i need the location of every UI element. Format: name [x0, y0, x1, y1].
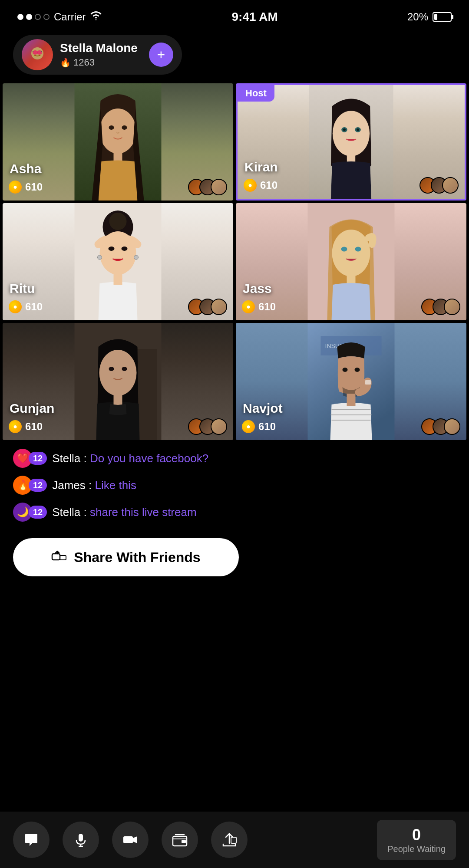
cell-name-asha: Asha: [10, 161, 41, 176]
viewer-avatar-j3: [444, 299, 460, 315]
bottom-bar: 0 People Waiting: [0, 812, 469, 868]
battery-info: 20%: [407, 11, 452, 23]
share-with-friends-button[interactable]: Share With Friends: [13, 538, 239, 576]
svg-rect-53: [182, 840, 186, 843]
chat-badge-3: 🌙 12: [13, 503, 47, 522]
coin-score-navjot: ● 610: [242, 420, 276, 433]
cell-bottom-gunjan: ● 610: [3, 418, 233, 435]
add-button[interactable]: +: [149, 43, 173, 67]
viewer-avatar-g3: [211, 418, 227, 435]
video-button[interactable]: [112, 822, 149, 858]
avatar-inner: [22, 39, 53, 70]
svg-rect-54: [231, 837, 236, 843]
coin-score-gunjan: ● 610: [9, 420, 43, 433]
svg-point-15: [343, 128, 346, 131]
viewer-avatar-n3: [444, 418, 460, 435]
viewer-avatars-navjot: [421, 418, 460, 435]
signal-dot-2: [26, 14, 32, 20]
chat-text-3: Stella : share this live stream: [52, 506, 196, 519]
video-cell-asha[interactable]: Asha ● 610: [3, 83, 233, 201]
share-button-bottom[interactable]: [211, 822, 248, 858]
svg-point-42: [343, 368, 348, 372]
badge-number-3: 12: [29, 506, 47, 519]
profile-header: Stella Malone 🔥 1263 +: [13, 35, 182, 75]
cell-name-ritu: Ritu: [10, 281, 35, 296]
battery-fill: [434, 14, 437, 20]
share-button-container: Share With Friends: [0, 534, 469, 585]
chat-message-1: ❤️ 12 Stella : Do you have facebook?: [13, 449, 456, 468]
flame-icon: 🔥: [60, 57, 71, 68]
share-icon: [51, 548, 67, 567]
carrier-info: Carrier: [17, 11, 102, 23]
cell-bottom-jass: ● 610: [236, 299, 466, 315]
wifi-icon: [90, 11, 102, 23]
svg-point-9: [122, 125, 127, 130]
carrier-label: Carrier: [54, 11, 86, 23]
cell-bottom-ritu: ● 610: [3, 299, 233, 315]
video-cell-jass[interactable]: Jass ● 610: [236, 203, 466, 320]
viewer-avatars-asha: [188, 179, 227, 195]
viewer-avatars-gunjan: [188, 418, 227, 435]
coin-score-ritu: ● 610: [9, 300, 43, 313]
score-asha: 610: [25, 181, 43, 193]
chat-username-2: James :: [52, 479, 95, 492]
badge-number-2: 12: [29, 479, 47, 492]
chat-username-1: Stella :: [52, 452, 90, 465]
svg-point-29: [341, 247, 347, 252]
wallet-button[interactable]: [162, 822, 198, 858]
svg-rect-4: [33, 51, 33, 52]
chat-message-3: 🌙 12 Stella : share this live stream: [13, 503, 456, 522]
status-bar: Carrier 9:41 AM 20%: [0, 0, 469, 30]
cell-name-navjot: Navjot: [243, 401, 283, 416]
chat-section: ❤️ 12 Stella : Do you have facebook? 🔥 1…: [0, 440, 469, 534]
score-gunjan: 610: [25, 421, 43, 433]
video-grid: Asha ● 610 Host: [3, 83, 466, 440]
svg-point-30: [355, 247, 361, 252]
viewer-avatars-ritu: [188, 299, 227, 315]
chat-username-3: Stella :: [52, 506, 90, 519]
cell-bottom-navjot: ● 610: [236, 418, 466, 435]
score-jass: 610: [258, 301, 276, 313]
video-cell-ritu[interactable]: Ritu ● 610: [3, 203, 233, 320]
battery-percentage: 20%: [407, 11, 428, 23]
host-badge: Host: [238, 85, 274, 102]
svg-point-43: [355, 368, 360, 372]
svg-rect-5: [41, 51, 42, 52]
coin-icon-navjot: ●: [242, 420, 255, 433]
svg-point-37: [122, 367, 127, 371]
svg-rect-51: [123, 836, 133, 843]
people-waiting-label: People Waiting: [387, 844, 446, 854]
svg-rect-3: [37, 52, 38, 53]
chat-message-2: 🔥 12 James : Like this: [13, 476, 456, 495]
mic-button[interactable]: [63, 822, 99, 858]
signal-dot-1: [17, 14, 23, 20]
badge-number-1: 12: [29, 452, 47, 465]
chat-badge-1: ❤️ 12: [13, 449, 47, 468]
viewer-avatar-r3: [211, 299, 227, 315]
share-button-label: Share With Friends: [74, 549, 200, 566]
video-cell-gunjan[interactable]: Gunjan ● 610: [3, 323, 233, 440]
cell-bottom-asha: ● 610: [3, 179, 233, 195]
coin-icon-ritu: ●: [9, 300, 22, 313]
signal-dot-4: [43, 14, 50, 20]
coin-icon-jass: ●: [242, 300, 255, 313]
chat-text-2: James : Like this: [52, 479, 136, 492]
svg-rect-44: [365, 380, 371, 385]
chat-message-content-2: Like this: [95, 479, 136, 492]
svg-point-35: [99, 350, 137, 396]
viewer-avatars-jass: [421, 299, 460, 315]
profile-name: Stella Malone: [60, 41, 138, 55]
svg-rect-46: [52, 554, 60, 560]
video-cell-navjot[interactable]: INSURANCE Navjot ● 610: [236, 323, 466, 440]
coin-icon-gunjan: ●: [9, 420, 22, 433]
svg-rect-48: [79, 834, 83, 842]
bottom-actions: [13, 822, 248, 858]
svg-rect-38: [114, 394, 122, 405]
signal-dot-3: [35, 14, 41, 20]
svg-point-7: [100, 108, 136, 154]
svg-point-23: [122, 247, 128, 251]
chat-button[interactable]: [13, 822, 50, 858]
plus-icon: +: [157, 47, 165, 63]
video-cell-kiran[interactable]: Host Kiran: [236, 83, 466, 201]
svg-point-25: [134, 255, 139, 260]
